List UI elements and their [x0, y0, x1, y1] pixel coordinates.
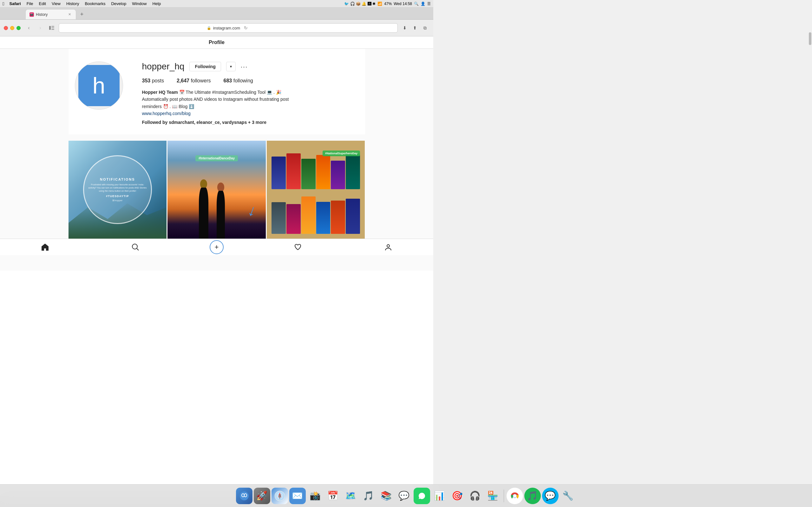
maximize-window-button[interactable]	[16, 26, 20, 30]
menu-bookmarks[interactable]: Bookmarks	[82, 1, 108, 7]
following-stat[interactable]: 683 following	[223, 78, 253, 83]
posts-grid: NOTIFICATIONS Frustrated with missing yo…	[68, 141, 365, 239]
followers-stat[interactable]: 2,647 followers	[177, 78, 211, 83]
options-button[interactable]: ···	[241, 63, 248, 70]
profile-bio: Hopper HQ Team 📅 The Ultimate #Instagram…	[142, 89, 301, 117]
followed-by-prefix: Followed by	[142, 120, 168, 125]
system-icons: 🐦 🎧 📦 🔔 🅰 ✱	[344, 2, 375, 6]
close-window-button[interactable]	[4, 26, 8, 30]
comic-book-6	[346, 154, 360, 189]
comic-book-2	[287, 153, 301, 189]
download-button[interactable]: ⬇	[400, 23, 409, 32]
post-item-dance[interactable]: #InternationalDanceDay ↓	[167, 141, 266, 239]
share-button[interactable]: ⬆	[410, 23, 419, 32]
menu-view[interactable]: View	[49, 1, 63, 7]
profile-header-row: hopper_hq Following ▾ ···	[142, 61, 359, 72]
posts-stat: 353 posts	[142, 78, 164, 83]
lock-icon: 🔒	[207, 26, 211, 30]
traffic-lights	[4, 26, 20, 30]
svg-line-5	[137, 248, 139, 250]
dock-numbers[interactable]: 📊	[432, 488, 434, 496]
dock-messages[interactable]: 💬	[396, 488, 412, 496]
page-title-bar: Profile	[0, 37, 433, 49]
following-label: following	[234, 78, 253, 83]
avatar-letter: h	[92, 74, 105, 97]
post-item-comics[interactable]: #NationalSuperheroDay	[267, 141, 365, 239]
battery-percent: 47%	[384, 2, 392, 6]
followed-by-more[interactable]: + 3 more	[248, 120, 266, 125]
dock-mail[interactable]: ✉️	[289, 488, 306, 496]
post-item-notifications[interactable]: NOTIFICATIONS Frustrated with missing yo…	[68, 141, 167, 239]
sidebar-toggle-button[interactable]	[47, 23, 56, 32]
profile-stats: 353 posts 2,647 followers 683 following	[142, 78, 359, 83]
followers-label: followers	[191, 78, 211, 83]
profile-avatar: h	[75, 61, 123, 110]
bio-text1: 📅 The Ultimate #InstagramScheduling Tool…	[179, 90, 281, 95]
profile-section: h hopper_hq Following ▾ ··· 353 posts	[68, 49, 365, 134]
dance-hashtag: #InternationalDanceDay	[195, 155, 238, 161]
user-icon[interactable]: 👤	[420, 2, 425, 6]
profile-nav-button[interactable]	[372, 241, 404, 253]
menu-history[interactable]: History	[64, 1, 82, 7]
menu-bar:  Safari File Edit View History Bookmark…	[0, 0, 433, 8]
search-icon[interactable]: 🔍	[414, 2, 419, 6]
followers-count: 2,647	[177, 78, 189, 83]
comic-book-12	[346, 199, 360, 234]
dock-launchpad[interactable]: 🚀	[254, 488, 270, 496]
comic-book-11	[331, 201, 345, 234]
macos-dock: 🚀 ✉️ 📸 📅 🗺️ 🎵 📚 💬 📊 🎯 🎧 🏪 🎵 💬 🔧	[0, 484, 433, 496]
likes-nav-button[interactable]	[282, 241, 314, 253]
dock-whatsapp[interactable]	[414, 488, 430, 496]
posts-label: posts	[152, 78, 164, 83]
notif-hashtag: #TUESDAYTIP	[106, 194, 129, 198]
menu-file[interactable]: File	[24, 1, 36, 7]
comic-book-10	[316, 202, 331, 234]
dancer2-body	[217, 191, 225, 239]
svg-rect-3	[51, 29, 54, 30]
dock-photos[interactable]: 📸	[307, 488, 323, 496]
search-nav-button[interactable]	[119, 241, 152, 253]
comic-book-9	[301, 196, 316, 234]
menu-help[interactable]: Help	[150, 1, 163, 7]
active-tab[interactable]: 📷 History ✕	[26, 9, 76, 19]
datetime: Wed 14:58	[394, 2, 412, 6]
comic-book-4	[316, 155, 331, 189]
minimize-window-button[interactable]	[10, 26, 14, 30]
url-text: instagram.com	[213, 26, 240, 31]
menu-edit[interactable]: Edit	[37, 1, 49, 7]
forward-button[interactable]: ›	[36, 23, 45, 32]
menu-window[interactable]: Window	[130, 1, 149, 7]
new-window-button[interactable]: ⧉	[420, 23, 429, 32]
bio-link[interactable]: www.hopperhq.com/blog	[142, 111, 191, 116]
bio-name: Hopper HQ Team	[142, 90, 178, 95]
dock-safari[interactable]	[271, 488, 288, 496]
notification-circle: NOTIFICATIONS Frustrated with missing yo…	[83, 155, 152, 224]
dock-finder[interactable]	[236, 488, 252, 496]
back-button[interactable]: ‹	[24, 23, 33, 32]
following-dropdown-button[interactable]: ▾	[226, 62, 236, 71]
dock-books[interactable]: 📚	[378, 488, 395, 496]
controls-icon[interactable]: ☰	[427, 2, 431, 6]
svg-point-4	[132, 244, 137, 249]
apple-menu[interactable]: 	[3, 1, 4, 6]
menu-safari[interactable]: Safari	[7, 1, 23, 7]
add-post-button[interactable]: +	[210, 240, 223, 254]
comic-book-7	[271, 202, 286, 234]
tab-title: History	[36, 12, 65, 17]
dock-itunes[interactable]: 🎵	[360, 488, 377, 496]
address-bar[interactable]: 🔒 instagram.com ↻	[59, 23, 398, 33]
tab-close-button[interactable]: ✕	[67, 12, 72, 17]
bottom-nav: +	[0, 239, 433, 255]
menu-develop[interactable]: Develop	[108, 1, 129, 7]
following-button[interactable]: Following	[189, 62, 221, 71]
notif-title: NOTIFICATIONS	[100, 177, 135, 181]
home-nav-button[interactable]	[29, 241, 61, 253]
followed-by-users[interactable]: sdmarchant, eleanor_ce, vardysnaps	[169, 120, 247, 125]
dock-calendar[interactable]: 📅	[325, 488, 341, 496]
hopper-logo: ⊞hopper	[112, 199, 122, 202]
svg-rect-0	[49, 26, 51, 30]
dock-maps[interactable]: 🗺️	[343, 488, 359, 496]
tab-favicon: 📷	[30, 12, 34, 17]
reload-button[interactable]: ↻	[242, 24, 250, 32]
new-tab-button[interactable]: +	[78, 10, 86, 19]
